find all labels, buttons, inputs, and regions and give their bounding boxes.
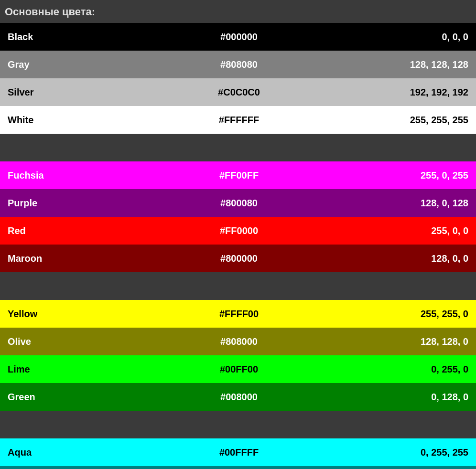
- color-hex: #C0C0C0: [160, 78, 318, 106]
- color-rgb: 128, 128, 0: [318, 328, 476, 355]
- color-name: Black: [0, 23, 160, 51]
- color-name: Olive: [0, 328, 160, 355]
- color-name: Maroon: [0, 245, 160, 272]
- separator-row: [0, 272, 476, 300]
- color-rgb: 255, 0, 255: [318, 161, 476, 189]
- color-name: Yellow: [0, 300, 160, 328]
- color-name: Fuchsia: [0, 161, 160, 189]
- color-hex: #800080: [160, 189, 318, 217]
- color-hex: #FF00FF: [160, 161, 318, 189]
- separator-row: [0, 411, 476, 438]
- color-name: White: [0, 106, 160, 134]
- color-rgb: 0, 0, 0: [318, 23, 476, 51]
- color-rgb: 0, 255, 255: [318, 438, 476, 466]
- table-row: Purple#800080128, 0, 128: [0, 189, 476, 217]
- color-hex: #808000: [160, 328, 318, 355]
- color-name: Lime: [0, 355, 160, 383]
- color-hex: #800000: [160, 245, 318, 272]
- color-rgb: 255, 255, 0: [318, 300, 476, 328]
- color-hex: #008000: [160, 383, 318, 411]
- color-rgb: 255, 0, 0: [318, 217, 476, 245]
- color-hex: #008080: [160, 466, 318, 469]
- color-hex: #FFFFFF: [160, 106, 318, 134]
- table-row: Lime#00FF000, 255, 0: [0, 355, 476, 383]
- color-hex: #808080: [160, 51, 318, 78]
- page-title: Основные цвета:: [0, 0, 476, 23]
- table-row: Teal#0080800, 128, 128: [0, 466, 476, 469]
- table-row: Green#0080000, 128, 0: [0, 383, 476, 411]
- color-rgb: 0, 128, 128: [318, 466, 476, 469]
- color-rgb: 128, 0, 128: [318, 189, 476, 217]
- color-hex: #00FFFF: [160, 438, 318, 466]
- table-row: Red#FF0000255, 0, 0: [0, 217, 476, 245]
- color-hex: #00FF00: [160, 355, 318, 383]
- color-hex: #FF0000: [160, 217, 318, 245]
- color-hex: #FFFF00: [160, 300, 318, 328]
- separator-row: [0, 134, 476, 161]
- color-rgb: 0, 255, 0: [318, 355, 476, 383]
- table-row: Silver#C0C0C0192, 192, 192: [0, 78, 476, 106]
- table-row: Yellow#FFFF00255, 255, 0: [0, 300, 476, 328]
- color-rgb: 128, 0, 0: [318, 245, 476, 272]
- color-name: Purple: [0, 189, 160, 217]
- table-row: Aqua#00FFFF0, 255, 255: [0, 438, 476, 466]
- color-table: Black#0000000, 0, 0Gray#808080128, 128, …: [0, 23, 476, 469]
- color-rgb: 255, 255, 255: [318, 106, 476, 134]
- table-row: White#FFFFFF255, 255, 255: [0, 106, 476, 134]
- table-row: Fuchsia#FF00FF255, 0, 255: [0, 161, 476, 189]
- color-name: Teal: [0, 466, 160, 469]
- table-row: Gray#808080128, 128, 128: [0, 51, 476, 78]
- color-name: Green: [0, 383, 160, 411]
- color-name: Red: [0, 217, 160, 245]
- table-row: Black#0000000, 0, 0: [0, 23, 476, 51]
- table-row: Maroon#800000128, 0, 0: [0, 245, 476, 272]
- color-rgb: 0, 128, 0: [318, 383, 476, 411]
- color-name: Gray: [0, 51, 160, 78]
- color-name: Aqua: [0, 438, 160, 466]
- color-rgb: 128, 128, 128: [318, 51, 476, 78]
- color-name: Silver: [0, 78, 160, 106]
- color-rgb: 192, 192, 192: [318, 78, 476, 106]
- color-hex: #000000: [160, 23, 318, 51]
- table-row: Olive#808000128, 128, 0: [0, 328, 476, 355]
